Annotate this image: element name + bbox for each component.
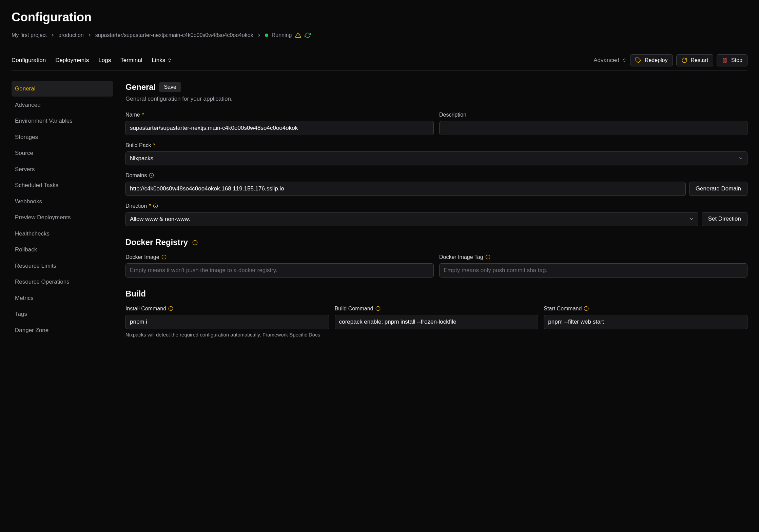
docker-tag-label: Docker Image Tag (439, 253, 747, 261)
info-icon (584, 306, 589, 311)
sidebar-item-healthchecks[interactable]: Healthchecks (12, 226, 113, 242)
info-icon (168, 306, 173, 311)
docker-image-input[interactable] (125, 263, 434, 278)
sidebar-item-danger-zone[interactable]: Danger Zone (12, 323, 113, 338)
name-input[interactable] (125, 121, 434, 135)
tab-links[interactable]: Links (152, 56, 172, 65)
page-title: Configuration (12, 8, 747, 26)
info-icon (485, 254, 490, 260)
svg-rect-3 (723, 58, 724, 62)
tab-deployments[interactable]: Deployments (55, 56, 89, 65)
status-badge[interactable]: Running (272, 31, 292, 39)
sidebar-item-resource-limits[interactable]: Resource Limits (12, 258, 113, 274)
start-command-label: Start Command (544, 305, 747, 313)
sort-icon (622, 58, 627, 63)
install-command-label: Install Command (125, 305, 329, 313)
breadcrumb-project[interactable]: My first project (12, 31, 47, 39)
restart-icon (681, 57, 687, 63)
chevron-right-icon (257, 33, 261, 38)
sidebar-item-tags[interactable]: Tags (12, 306, 113, 322)
main-panel: General Save General configuration for y… (125, 81, 747, 339)
framework-docs-link[interactable]: Framework Specific Docs (262, 332, 320, 337)
direction-label: Direction* (125, 202, 747, 210)
stop-icon (722, 57, 728, 63)
tab-configuration[interactable]: Configuration (12, 56, 46, 65)
generate-domain-button[interactable]: Generate Domain (689, 182, 747, 196)
tab-logs[interactable]: Logs (98, 56, 111, 65)
description-label: Description (439, 111, 747, 119)
info-icon (192, 240, 198, 245)
sidebar-item-storages[interactable]: Storages (12, 129, 113, 145)
refresh-icon[interactable] (305, 32, 311, 38)
sort-icon (167, 58, 172, 63)
info-icon (149, 173, 154, 178)
advanced-menu[interactable]: Advanced (593, 56, 627, 65)
tab-bar: Configuration Deployments Logs Terminal … (12, 56, 172, 65)
domains-input[interactable] (125, 182, 686, 196)
restart-label: Restart (691, 57, 708, 63)
sidebar-item-env-vars[interactable]: Environment Variables (12, 113, 113, 129)
direction-select[interactable]: Allow www & non-www. (125, 212, 698, 226)
docker-section-title: Docker Registry (125, 236, 747, 248)
sidebar-item-metrics[interactable]: Metrics (12, 290, 113, 306)
sidebar-item-servers[interactable]: Servers (12, 162, 113, 177)
breadcrumb-env[interactable]: production (58, 31, 84, 39)
sidebar-item-preview-deployments[interactable]: Preview Deployments (12, 210, 113, 225)
buildpack-label: Build Pack* (125, 141, 747, 149)
tab-terminal[interactable]: Terminal (120, 56, 142, 65)
build-command-input[interactable] (335, 315, 539, 329)
buildpack-select[interactable]: Nixpacks (125, 151, 747, 165)
general-section-title: General (125, 81, 156, 93)
svg-rect-4 (725, 58, 726, 62)
info-icon (161, 254, 167, 260)
chevron-right-icon (87, 33, 92, 38)
stop-label: Stop (731, 57, 742, 63)
general-section-desc: General configuration for your applicati… (125, 95, 747, 103)
warning-icon[interactable] (295, 32, 301, 38)
tab-links-label: Links (152, 56, 165, 65)
install-command-input[interactable] (125, 315, 329, 329)
docker-tag-input[interactable] (439, 263, 747, 278)
description-input[interactable] (439, 121, 747, 135)
set-direction-button[interactable]: Set Direction (702, 212, 747, 226)
info-icon (153, 203, 158, 208)
restart-button[interactable]: Restart (676, 54, 714, 66)
sidebar-item-source[interactable]: Source (12, 145, 113, 161)
chevron-right-icon (50, 33, 55, 38)
breadcrumb: My first project production supastarter/… (12, 31, 747, 39)
sidebar-item-advanced[interactable]: Advanced (12, 97, 113, 113)
build-section-title: Build (125, 288, 747, 300)
breadcrumb-app[interactable]: supastarter/supastarter-nextjs:main-c4k0… (95, 31, 253, 39)
name-label: Name* (125, 111, 434, 119)
sidebar-item-webhooks[interactable]: Webhooks (12, 194, 113, 209)
settings-sidebar: General Advanced Environment Variables S… (12, 81, 113, 339)
info-icon (375, 306, 381, 311)
sidebar-item-general[interactable]: General (12, 81, 113, 97)
domains-label: Domains (125, 171, 747, 180)
sidebar-item-resource-operations[interactable]: Resource Operations (12, 274, 113, 290)
advanced-label: Advanced (593, 56, 619, 65)
tag-icon (635, 57, 641, 63)
start-command-input[interactable] (544, 315, 747, 329)
stop-button[interactable]: Stop (717, 54, 747, 66)
redeploy-button[interactable]: Redeploy (630, 54, 673, 66)
sidebar-item-rollback[interactable]: Rollback (12, 242, 113, 258)
status-dot-icon (265, 34, 268, 37)
build-hint: Nixpacks will detect the required config… (125, 331, 747, 339)
sidebar-item-scheduled-tasks[interactable]: Scheduled Tasks (12, 178, 113, 193)
build-command-label: Build Command (335, 305, 539, 313)
docker-image-label: Docker Image (125, 253, 434, 261)
save-button[interactable]: Save (159, 82, 181, 92)
redeploy-label: Redeploy (645, 57, 668, 63)
